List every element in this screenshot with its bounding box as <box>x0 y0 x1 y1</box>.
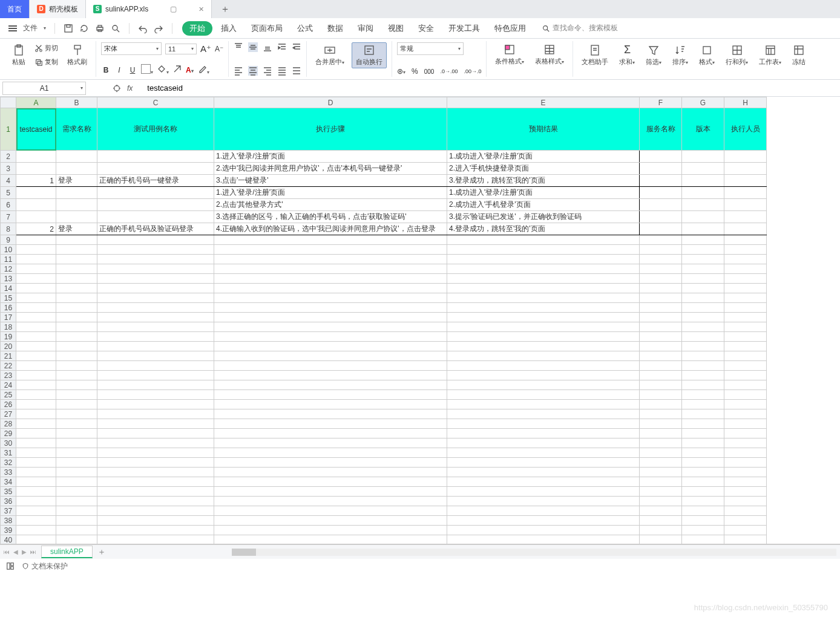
cell[interactable] <box>682 303 724 313</box>
cut-button[interactable]: 剪切 <box>33 42 60 54</box>
cell[interactable] <box>97 264 214 274</box>
cell[interactable] <box>682 255 724 264</box>
cell[interactable] <box>724 400 767 409</box>
menu-insert[interactable]: 插入 <box>215 20 243 37</box>
cell[interactable]: 1.成功进入'登录/注册'页面 <box>447 187 640 199</box>
row-header[interactable]: 11 <box>1 255 16 264</box>
cell[interactable] <box>640 175 682 187</box>
cell[interactable] <box>97 342 214 351</box>
cell[interactable] <box>724 342 767 351</box>
cell[interactable] <box>724 371 767 380</box>
cell[interactable] <box>16 274 56 284</box>
cell[interactable] <box>214 245 447 255</box>
cell[interactable] <box>640 255 682 264</box>
underline-button[interactable]: U <box>128 66 137 74</box>
cell[interactable] <box>682 361 724 371</box>
cell[interactable] <box>682 526 724 535</box>
cell[interactable] <box>682 380 724 390</box>
name-box[interactable]: A1▾ <box>2 82 86 95</box>
cell[interactable] <box>682 163 724 175</box>
cell[interactable] <box>214 303 447 313</box>
menu-start[interactable]: 开始 <box>182 21 212 36</box>
cell[interactable] <box>16 438 56 448</box>
cell[interactable] <box>447 303 640 313</box>
cell[interactable] <box>56 361 97 371</box>
cell[interactable] <box>16 199 56 211</box>
cell[interactable] <box>682 419 724 429</box>
cell[interactable] <box>724 448 767 458</box>
indent-increase-icon[interactable] <box>292 42 301 52</box>
cell[interactable] <box>447 293 640 303</box>
cell[interactable] <box>447 390 640 400</box>
cell[interactable] <box>214 342 447 351</box>
cell[interactable] <box>682 245 724 255</box>
cell[interactable] <box>682 400 724 409</box>
cell[interactable] <box>97 380 214 390</box>
cell[interactable] <box>16 419 56 429</box>
percent-icon[interactable]: % <box>412 67 418 76</box>
cell[interactable] <box>682 438 724 448</box>
cell[interactable] <box>724 516 767 526</box>
cell[interactable] <box>447 313 640 322</box>
cell[interactable] <box>447 264 640 274</box>
cell[interactable] <box>640 151 682 163</box>
cell[interactable] <box>56 313 97 322</box>
cell[interactable]: 3.提示'验证码已发送'，并正确收到验证码 <box>447 211 640 223</box>
cell[interactable] <box>447 245 640 255</box>
cell[interactable] <box>640 497 682 506</box>
cell[interactable] <box>16 293 56 303</box>
cell[interactable] <box>447 458 640 468</box>
cell[interactable]: 4.正确输入收到的验证码，选中'我已阅读并同意用户协议'，点击登录 <box>214 223 447 235</box>
row-header[interactable]: 32 <box>1 458 16 468</box>
cell[interactable] <box>724 245 767 255</box>
sheet-tab-active[interactable]: sulinkAPP <box>41 546 93 558</box>
cell[interactable] <box>97 245 214 255</box>
cell[interactable] <box>640 163 682 175</box>
cell[interactable] <box>56 448 97 458</box>
cell[interactable] <box>724 351 767 361</box>
fontcolor-button[interactable]: A▾ <box>186 66 194 74</box>
file-menu[interactable]: 文件 <box>23 23 38 33</box>
cell[interactable] <box>16 506 56 516</box>
cell[interactable] <box>56 151 97 163</box>
cell[interactable] <box>640 351 682 361</box>
cell[interactable] <box>56 199 97 211</box>
cell[interactable] <box>640 429 682 438</box>
sort-button[interactable]: 排序▾ <box>669 43 692 68</box>
cell[interactable] <box>682 284 724 293</box>
cell[interactable] <box>640 535 682 545</box>
cell[interactable] <box>447 274 640 284</box>
row-header[interactable]: 14 <box>1 284 16 293</box>
cell[interactable] <box>16 284 56 293</box>
cell[interactable] <box>640 245 682 255</box>
cell[interactable] <box>447 332 640 342</box>
row-header[interactable]: 34 <box>1 477 16 487</box>
cell[interactable] <box>682 351 724 361</box>
cell[interactable] <box>214 487 447 497</box>
cell[interactable] <box>214 448 447 458</box>
cell[interactable] <box>447 409 640 419</box>
cell[interactable] <box>16 255 56 264</box>
cell[interactable] <box>214 351 447 361</box>
cell[interactable] <box>56 497 97 506</box>
cell[interactable] <box>97 458 214 468</box>
cell[interactable] <box>97 211 214 223</box>
cell[interactable] <box>682 235 724 245</box>
cell[interactable] <box>682 175 724 187</box>
row-header[interactable]: 9 <box>1 235 16 245</box>
row-header[interactable]: 24 <box>1 380 16 390</box>
autowrap-button[interactable]: 自动换行 <box>352 42 387 68</box>
cell[interactable] <box>640 293 682 303</box>
cell[interactable] <box>16 516 56 526</box>
locate-icon[interactable] <box>113 84 121 93</box>
cell[interactable] <box>16 264 56 274</box>
cell[interactable] <box>56 487 97 497</box>
cell[interactable] <box>16 322 56 332</box>
cell[interactable]: 1.进入'登录/注册'页面 <box>214 187 447 199</box>
col-header[interactable]: F <box>640 97 682 108</box>
menu-security[interactable]: 安全 <box>412 20 440 37</box>
cell[interactable] <box>214 438 447 448</box>
cell[interactable] <box>214 419 447 429</box>
cell[interactable] <box>16 342 56 351</box>
cell[interactable]: 1.进入'登录/注册'页面 <box>214 151 447 163</box>
